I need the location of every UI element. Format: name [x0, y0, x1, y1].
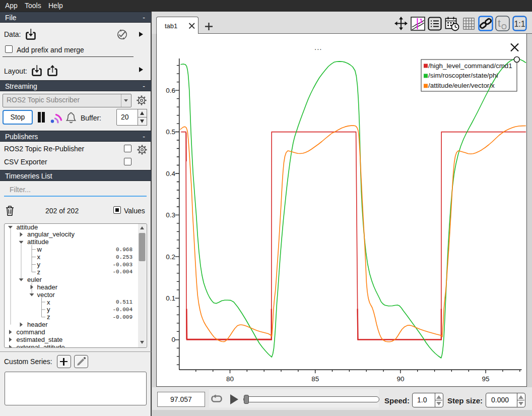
svg-text:1: 1 [420, 18, 423, 24]
svg-text:0: 0 [171, 336, 175, 343]
svg-text:0.1: 0.1 [166, 294, 175, 302]
svg-text:80: 80 [226, 375, 234, 383]
svg-text:0.5: 0.5 [166, 128, 175, 136]
svg-text:0.6: 0.6 [166, 87, 175, 94]
svg-text:/high_level_command/cmd1: /high_level_command/cmd1 [428, 62, 512, 70]
svg-text:0.3: 0.3 [166, 211, 175, 219]
svg-text:90: 90 [396, 375, 404, 383]
svg-text:0.2: 0.2 [166, 253, 175, 261]
svg-text:O: O [501, 23, 507, 31]
svg-text:t: t [498, 17, 501, 29]
svg-text:1:1: 1:1 [514, 20, 525, 28]
svg-text:95: 95 [482, 375, 490, 383]
svg-text:/sim/roscopter/state/phi: /sim/roscopter/state/phi [428, 72, 498, 79]
svg-text:0.4: 0.4 [166, 170, 175, 177]
svg-text:...: ... [314, 43, 322, 51]
svg-text:/attitude/euler/vector/x: /attitude/euler/vector/x [428, 82, 495, 89]
svg-text:85: 85 [311, 375, 319, 383]
